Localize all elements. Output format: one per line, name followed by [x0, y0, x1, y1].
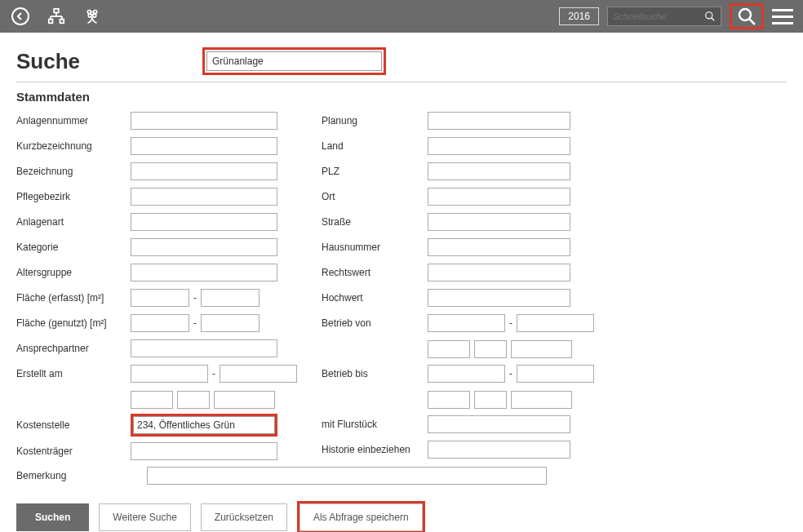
range-dash: - — [509, 368, 512, 379]
zuruecksetzen-button[interactable]: Zurücksetzen — [201, 503, 287, 531]
gear-icon[interactable] — [394, 52, 412, 70]
erstellt-am-from[interactable] — [131, 365, 208, 383]
suchen-button[interactable]: Suchen — [16, 503, 89, 531]
chevron-down-icon — [560, 345, 568, 353]
flower-icon[interactable] — [82, 6, 103, 27]
kurzbezeichnung-input[interactable] — [131, 137, 277, 155]
chevron-right-icon — [265, 218, 273, 226]
erstellt-am-to[interactable] — [220, 365, 297, 383]
flaeche-erfasst-to[interactable] — [201, 289, 260, 307]
section-title: Stammdaten — [16, 90, 90, 104]
calendar-icon — [490, 368, 501, 379]
erstellt-dd2[interactable] — [177, 391, 210, 409]
chevron-down-icon — [558, 446, 566, 454]
als-abfrage-speichern-button[interactable]: Als Abfrage speichern — [299, 503, 423, 531]
label-kategorie: Kategorie — [16, 242, 131, 253]
svg-rect-2 — [49, 20, 53, 24]
quicksearch-box[interactable] — [607, 7, 721, 26]
mit-flurstueck-dropdown[interactable] — [428, 415, 570, 433]
label-hochwert: Hochwert — [322, 292, 428, 304]
advanced-search-button[interactable] — [730, 3, 764, 29]
label-kostenstelle: Kostenstelle — [16, 419, 131, 431]
label-pflegebezirk: Pflegebezirk — [16, 191, 131, 202]
entity-type-dropdown[interactable]: Grünanlage — [206, 51, 382, 71]
strasse-input[interactable] — [428, 213, 570, 231]
land-input[interactable] — [428, 137, 570, 155]
label-betrieb-bis: Betrieb bis — [322, 368, 428, 379]
svg-rect-1 — [54, 9, 59, 13]
historie-dropdown[interactable] — [428, 441, 570, 459]
calendar-icon — [490, 317, 501, 329]
form-left-column: Anlagennummer Kurzbezeichnung Bezeichnun… — [16, 110, 297, 462]
quicksearch-icon[interactable] — [704, 11, 716, 22]
betrieb-bis-dd3[interactable] — [511, 391, 572, 409]
label-bemerkung: Bemerkung — [16, 470, 147, 481]
erstellt-dd1[interactable] — [131, 391, 173, 409]
betrieb-von-dd1[interactable] — [428, 340, 470, 358]
pflegebezirk-picker[interactable] — [131, 188, 277, 206]
chevron-down-icon — [263, 396, 271, 404]
topbar: 2016 — [0, 0, 803, 33]
planung-picker[interactable] — [428, 112, 570, 130]
back-icon[interactable] — [10, 6, 31, 27]
erstellt-dd3[interactable] — [214, 391, 275, 409]
calendar-icon — [579, 317, 590, 329]
svg-point-15 — [739, 9, 751, 20]
betrieb-bis-dd2[interactable] — [474, 391, 507, 409]
svg-line-16 — [749, 19, 755, 24]
kostenstelle-picker[interactable]: 234, Öffentliches Grün — [133, 416, 275, 434]
bemerkung-input[interactable] — [147, 467, 547, 485]
chevron-right-icon — [265, 447, 273, 455]
label-strasse: Straße — [322, 216, 428, 228]
altersgruppe-picker[interactable] — [131, 264, 277, 282]
svg-point-11 — [88, 14, 91, 17]
sitemap-icon[interactable] — [46, 6, 67, 27]
anlagennummer-input[interactable] — [131, 112, 277, 130]
betrieb-von-to[interactable] — [517, 314, 594, 332]
quicksearch-input[interactable] — [613, 11, 704, 21]
label-mit-flurstueck: mit Flurstück — [322, 419, 428, 430]
flaeche-genutzt-from[interactable] — [131, 314, 189, 332]
hausnummer-input[interactable] — [428, 238, 570, 256]
year-indicator[interactable]: 2016 — [559, 7, 599, 25]
range-dash: - — [509, 317, 512, 329]
svg-rect-33 — [580, 370, 589, 378]
kostentraeger-picker[interactable] — [131, 442, 277, 460]
betrieb-bis-to[interactable] — [517, 365, 594, 383]
betrieb-von-dd2[interactable] — [474, 340, 507, 358]
chevron-right-icon — [265, 268, 273, 277]
calendar-icon — [193, 368, 204, 379]
label-erstellt-am: Erstellt am — [16, 368, 131, 379]
calendar-icon — [282, 368, 293, 379]
plz-input[interactable] — [428, 162, 570, 180]
hochwert-input[interactable] — [428, 289, 570, 307]
rechtswert-input[interactable] — [428, 264, 570, 282]
collapse-section-icon[interactable] — [772, 89, 787, 104]
chevron-right-icon — [263, 421, 271, 429]
flaeche-erfasst-from[interactable] — [131, 289, 189, 307]
flaeche-genutzt-to[interactable] — [201, 314, 260, 332]
kategorie-picker[interactable] — [131, 238, 277, 256]
betrieb-von-dd3[interactable] — [511, 340, 572, 358]
svg-rect-31 — [491, 370, 500, 378]
betrieb-bis-dd1[interactable] — [428, 391, 470, 409]
chevron-right-icon — [265, 193, 273, 201]
betrieb-bis-from[interactable] — [428, 365, 505, 383]
label-ort: Ort — [322, 191, 428, 202]
menu-button[interactable] — [772, 9, 793, 24]
ort-input[interactable] — [428, 188, 570, 206]
label-ansprechpartner: Ansprechpartner — [16, 343, 131, 354]
weitere-suche-button[interactable]: Weitere Suche — [99, 503, 191, 531]
anlagenart-picker[interactable] — [131, 213, 277, 231]
label-hausnummer: Hausnummer — [322, 242, 428, 253]
label-planung: Planung — [322, 115, 428, 126]
svg-point-18 — [202, 94, 207, 99]
svg-point-10 — [94, 10, 97, 13]
section-gear-icon[interactable] — [196, 87, 214, 105]
collapse-page-icon[interactable] — [772, 54, 787, 69]
bezeichnung-input[interactable] — [131, 162, 277, 180]
betrieb-von-from[interactable] — [428, 314, 505, 332]
label-kostentraeger: Kostenträger — [16, 446, 131, 457]
ansprechpartner-picker[interactable] — [131, 339, 277, 357]
kostenstelle-highlight: 234, Öffentliches Grün — [131, 414, 277, 437]
